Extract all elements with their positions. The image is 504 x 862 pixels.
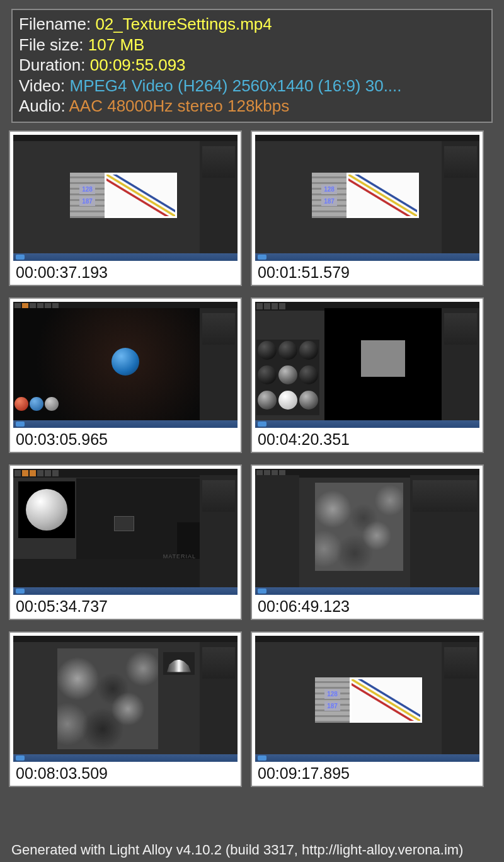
timestamp: 00:09:17.895 — [255, 762, 479, 783]
value-audio: AAC 48000Hz stereo 128kbps — [69, 96, 290, 115]
label-filename: Filename: — [19, 14, 95, 33]
card-number-top: 128 — [324, 689, 340, 699]
thumbnail-frame: 128 187 — [13, 135, 238, 261]
thumbnail-2: 128 187 00:01:51.579 — [251, 130, 484, 286]
label-video: Video: — [19, 76, 69, 95]
value-filesize: 107 MB — [88, 35, 145, 54]
thumbnail-frame — [255, 469, 479, 595]
noise-texture-preview — [57, 648, 158, 749]
info-row-audio: Audio: AAC 48000Hz stereo 128kbps — [19, 96, 485, 117]
thumbnail-frame: 128 187 — [255, 135, 479, 261]
material-thumb-blue — [30, 397, 43, 411]
info-row-filename: Filename: 02_TextureSettings.mp4 — [19, 14, 485, 35]
file-info-panel: Filename: 02_TextureSettings.mp4 File si… — [11, 9, 493, 123]
thumbnail-8: 128 187 00:09:17.895 — [251, 631, 484, 787]
thumbnail-6: 00:06:49.123 — [251, 464, 484, 620]
curve-graph — [106, 175, 175, 216]
curve-graph — [352, 679, 420, 721]
thumbnail-grid: 128 187 00:00:37.193 128 187 00:01:51.57… — [0, 130, 504, 787]
info-row-video: Video: MPEG4 Video (H264) 2560x1440 (16:… — [19, 76, 485, 96]
generator-footer: Generated with Light Alloy v4.10.2 (buil… — [11, 842, 463, 858]
thumbnail-frame — [13, 302, 238, 428]
histogram-panel — [163, 652, 195, 675]
timestamp: 00:05:34.737 — [13, 595, 238, 616]
thumbnail-5: 00:05:34.737 — [9, 464, 242, 620]
timestamp: 00:01:51.579 — [255, 261, 479, 282]
timestamp: 00:03:05.965 — [13, 428, 238, 449]
timestamp: 00:08:03.509 — [13, 762, 238, 783]
card-number-top: 128 — [321, 185, 337, 194]
thumbnail-4: 00:04:20.351 — [251, 297, 484, 453]
thumbnail-7: 00:08:03.509 — [9, 631, 242, 787]
value-video: MPEG4 Video (H264) 2560x1440 (16:9) 30..… — [69, 76, 401, 95]
label-duration: Duration: — [19, 55, 90, 74]
label-filesize: File size: — [19, 35, 88, 54]
thumbnail-frame — [13, 636, 238, 762]
thumbnail-frame — [255, 302, 479, 428]
card-number-top: 128 — [79, 185, 95, 194]
curve-graph — [348, 175, 417, 216]
texture-preview — [324, 308, 442, 420]
thumbnail-frame — [13, 469, 238, 595]
timestamp: 00:00:37.193 — [13, 261, 238, 282]
material-thumb-grey — [45, 397, 59, 411]
value-filename: 02_TextureSettings.mp4 — [95, 14, 272, 33]
material-thumb-red — [14, 397, 28, 411]
info-row-duration: Duration: 00:09:55.093 — [19, 55, 485, 76]
material-preview-sphere — [18, 481, 75, 538]
thumbnail-1: 128 187 00:00:37.193 — [9, 130, 242, 286]
thumbnail-frame: 128 187 — [255, 636, 479, 762]
info-row-filesize: File size: 107 MB — [19, 35, 485, 55]
timestamp: 00:06:49.123 — [255, 595, 479, 616]
card-number-bottom: 187 — [324, 701, 340, 711]
value-duration: 00:09:55.093 — [90, 55, 186, 74]
card-number-bottom: 187 — [321, 197, 337, 206]
label-audio: Audio: — [19, 96, 69, 115]
noise-texture-preview — [315, 483, 403, 571]
timestamp: 00:04:20.351 — [255, 428, 479, 449]
material-node-graph — [76, 478, 200, 563]
thumbnail-3: 00:03:05.965 — [9, 297, 242, 453]
card-number-bottom: 187 — [79, 197, 95, 206]
